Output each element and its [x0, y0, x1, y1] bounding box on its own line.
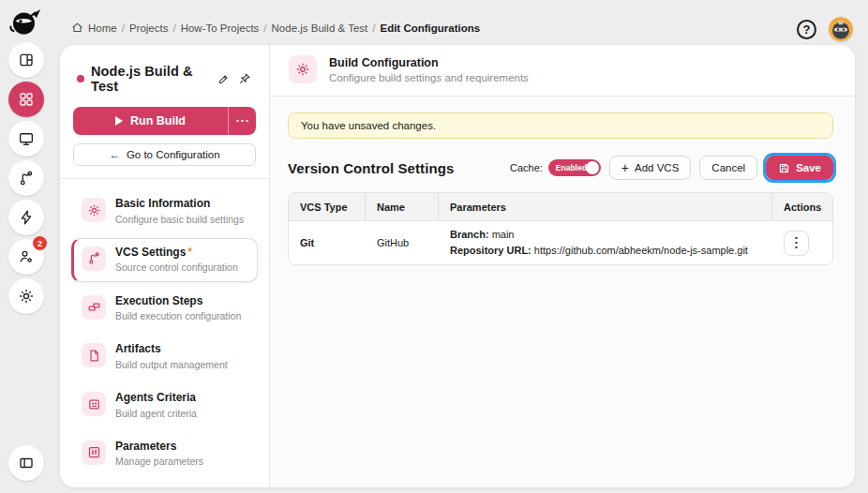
- nav-item-title: Basic Information: [115, 197, 244, 212]
- add-vcs-label: Add VCS: [635, 162, 679, 173]
- plus-icon: +: [621, 161, 629, 174]
- nav-item-title: Agents Criteria: [115, 391, 197, 406]
- breadcrumb-nodejs-build-test[interactable]: Node.js Build & Test: [272, 22, 368, 34]
- vcs-table-header: VCS Type Name Parameters Actions: [289, 193, 832, 221]
- sidebar-item-agents-criteria[interactable]: Agents Criteria Build agent criteria: [71, 383, 258, 427]
- goto-configuration-label: Go to Configuration: [127, 149, 220, 160]
- nav-item-title: Artifacts: [115, 342, 228, 357]
- nav-item-subtitle: Build output management: [115, 358, 228, 371]
- param-repo-url-label: Repository URL:: [450, 245, 531, 256]
- param-branch-label: Branch:: [450, 229, 489, 240]
- agent-face-icon: [82, 392, 106, 416]
- column-header-actions: Actions: [772, 193, 832, 220]
- add-vcs-button[interactable]: + Add VCS: [609, 156, 692, 180]
- git-branch-icon: [82, 246, 106, 271]
- column-header-name: Name: [366, 193, 439, 220]
- gear-icon: [289, 55, 317, 83]
- run-options-button[interactable]: [228, 107, 256, 135]
- nav-item-subtitle: Build execution configuration: [115, 309, 241, 322]
- column-header-vcs-type: VCS Type: [289, 193, 366, 220]
- sidebar-item-artifacts[interactable]: Artifacts Build output management: [71, 335, 258, 379]
- breadcrumb-edit-configurations: Edit Configurations: [380, 22, 480, 34]
- nav-item-title: Execution Steps: [115, 294, 241, 309]
- cell-actions: [772, 225, 832, 261]
- icon-rail: 2: [0, 0, 52, 493]
- collapse-sidebar-icon[interactable]: [8, 445, 44, 481]
- edit-pencil-icon[interactable]: [217, 72, 231, 86]
- table-row: Git GitHub Branch: main Repository URL: …: [289, 221, 832, 264]
- sidebar-item-basic-information[interactable]: Basic Information Configure basic build …: [71, 189, 258, 233]
- section-toolbar: Version Control Settings Cache: Enabled …: [288, 156, 833, 180]
- cell-name: GitHub: [366, 232, 439, 254]
- goto-configuration-button[interactable]: ← Go to Configuration: [73, 143, 256, 166]
- main-card: Node.js Build & Test Run Build: [60, 45, 855, 487]
- nav-item-subtitle: Build agent criteria: [115, 407, 197, 420]
- cell-vcs-type: Git: [289, 232, 366, 254]
- cancel-button[interactable]: Cancel: [699, 156, 757, 180]
- breadcrumb-separator: /: [263, 22, 266, 34]
- page-subtitle: Configure build settings and requirement…: [329, 72, 529, 83]
- build-configuration-header: Build Configuration Configure build sett…: [270, 45, 855, 97]
- bolt-icon[interactable]: [8, 200, 44, 235]
- run-build-button-group: Run Build: [73, 107, 256, 135]
- pin-icon[interactable]: [237, 71, 252, 86]
- config-sidebar: Node.js Build & Test Run Build: [60, 45, 270, 487]
- row-more-actions-button[interactable]: [784, 231, 809, 256]
- save-label: Save: [796, 162, 821, 173]
- agents-gear-icon[interactable]: 2: [8, 239, 44, 275]
- bricks-icon: [82, 295, 106, 320]
- run-build-button[interactable]: Run Build: [73, 107, 228, 135]
- cache-label: Cache:: [510, 162, 543, 173]
- sliders-icon: [82, 441, 106, 465]
- cell-parameters: Branch: main Repository URL: https://git…: [439, 221, 772, 264]
- section-title: Version Control Settings: [288, 160, 510, 176]
- cache-toggle-state: Enabled: [556, 163, 587, 172]
- nav-item-subtitle: Configure basic build settings: [115, 213, 244, 226]
- cache-toggle[interactable]: Enabled: [548, 159, 601, 176]
- build-title-row: Node.js Build & Test: [71, 58, 258, 105]
- required-asterisk: *: [187, 246, 192, 259]
- breadcrumb-separator: /: [372, 22, 375, 34]
- settings-gear-icon[interactable]: [8, 278, 44, 314]
- column-header-parameters: Parameters: [439, 193, 772, 220]
- gear-icon: [82, 198, 106, 222]
- notification-badge: 2: [33, 236, 47, 250]
- breadcrumb-home[interactable]: Home: [88, 22, 117, 34]
- save-floppy-icon: [778, 162, 790, 174]
- unsaved-changes-banner: You have unsaved changes.: [288, 112, 833, 139]
- nav-item-subtitle: Source control configuration: [115, 261, 238, 274]
- git-branch-icon[interactable]: [8, 160, 44, 196]
- nav-item-title: VCS Settings*: [115, 246, 238, 261]
- sidebar-item-vcs-settings[interactable]: VCS Settings* Source control configurati…: [71, 238, 258, 282]
- breadcrumb-separator: /: [172, 22, 175, 34]
- save-button[interactable]: Save: [766, 156, 833, 180]
- help-icon[interactable]: ?: [797, 20, 816, 39]
- status-dot: [77, 75, 84, 82]
- build-config-title: Node.js Build & Test: [91, 64, 210, 94]
- content-area: You have unsaved changes. Version Contro…: [270, 97, 855, 265]
- user-avatar[interactable]: [829, 17, 853, 41]
- apps-grid-icon[interactable]: [8, 82, 44, 117]
- breadcrumb: Home / Projects / How-To Projects / Node…: [71, 22, 480, 34]
- breadcrumb-separator: /: [122, 22, 125, 34]
- breadcrumb-howto-projects[interactable]: How-To Projects: [181, 22, 260, 34]
- page-title: Build Configuration: [329, 56, 529, 69]
- monitor-icon[interactable]: [8, 121, 44, 157]
- sidebar-divider: [60, 178, 269, 179]
- topbar-actions: ?: [797, 17, 853, 41]
- sidebar-item-parameters[interactable]: Parameters Manage parameters: [71, 432, 258, 476]
- run-build-label: Run Build: [130, 114, 186, 127]
- toggle-knob: [586, 161, 599, 174]
- dashboard-icon[interactable]: [8, 42, 44, 78]
- file-icon: [82, 343, 106, 367]
- sidebar-item-execution-steps[interactable]: Execution Steps Build execution configur…: [71, 287, 258, 331]
- nav-item-subtitle: Manage parameters: [115, 455, 203, 468]
- param-branch-value: main: [492, 229, 515, 240]
- ninja-logo[interactable]: [9, 5, 43, 38]
- main-pane: Build Configuration Configure build sett…: [270, 45, 855, 487]
- breadcrumb-projects[interactable]: Projects: [129, 22, 169, 34]
- play-icon: [115, 116, 123, 126]
- left-arrow-icon: ←: [109, 149, 120, 160]
- home-icon: [71, 22, 83, 34]
- nav-item-title: Parameters: [115, 440, 203, 455]
